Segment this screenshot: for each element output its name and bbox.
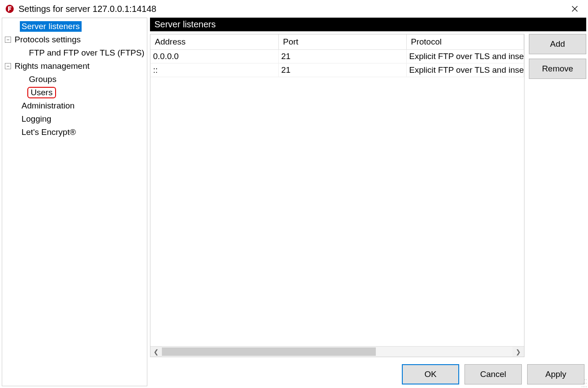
apply-button[interactable]: Apply — [527, 364, 584, 384]
app-icon — [4, 4, 15, 14]
table-row[interactable]: 0.0.0.0 21 Explicit FTP over TLS and ins… — [150, 50, 524, 63]
side-buttons: Add Remove — [529, 34, 586, 357]
tree-item-groups[interactable]: Groups — [5, 73, 144, 86]
close-button[interactable] — [566, 0, 584, 18]
collapse-icon[interactable]: − — [5, 37, 11, 43]
cell-port[interactable]: 21 — [278, 50, 406, 63]
collapse-icon[interactable]: − — [5, 63, 11, 69]
cell-address[interactable]: 0.0.0.0 — [150, 50, 278, 63]
scroll-right-icon[interactable]: ❯ — [513, 347, 524, 357]
remove-button[interactable]: Remove — [529, 59, 586, 79]
settings-window: Settings for server 127.0.0.1:14148 Serv… — [0, 0, 588, 388]
scroll-track[interactable] — [162, 347, 513, 357]
dialog-button-bar: OK Cancel Apply — [150, 360, 586, 386]
column-header-address[interactable]: Address — [150, 34, 278, 50]
window-title: Settings for server 127.0.0.1:14148 — [19, 4, 156, 14]
column-header-port[interactable]: Port — [278, 34, 406, 50]
close-icon — [571, 5, 578, 12]
cell-port[interactable]: 21 — [278, 63, 406, 77]
ok-button[interactable]: OK — [402, 364, 459, 384]
settings-tree[interactable]: Server listeners − Protocols settings FT… — [2, 18, 147, 386]
add-button[interactable]: Add — [529, 34, 586, 54]
tree-item-ftp-ftps[interactable]: FTP and FTP over TLS (FTPS) — [5, 46, 144, 60]
tree-item-lets-encrypt[interactable]: Let's Encrypt® — [5, 126, 144, 139]
listeners-table-container: Address Port Protocol 0.0.0.0 21 Explici… — [150, 34, 524, 357]
tree-item-protocols-settings[interactable]: − Protocols settings — [5, 33, 144, 46]
content-panel: Server listeners Address Port Protocol — [150, 18, 586, 357]
titlebar: Settings for server 127.0.0.1:14148 — [0, 0, 588, 18]
column-header-protocol[interactable]: Protocol — [406, 34, 524, 50]
tree-item-users[interactable]: Users — [5, 86, 144, 99]
horizontal-scrollbar[interactable]: ❮ ❯ — [150, 346, 524, 357]
scroll-thumb[interactable] — [162, 347, 376, 356]
tree-item-administration[interactable]: Administration — [5, 99, 144, 112]
content-header: Server listeners — [150, 18, 586, 31]
cell-protocol[interactable]: Explicit FTP over TLS and insecure plain… — [406, 50, 524, 63]
tree-item-logging[interactable]: Logging — [5, 112, 144, 126]
listeners-table[interactable]: Address Port Protocol 0.0.0.0 21 Explici… — [150, 34, 524, 77]
cell-address[interactable]: :: — [150, 63, 278, 77]
tree-item-server-listeners[interactable]: Server listeners — [5, 20, 144, 33]
tree-item-rights-management[interactable]: − Rights management — [5, 60, 144, 73]
table-row[interactable]: :: 21 Explicit FTP over TLS and insecure… — [150, 63, 524, 77]
cell-protocol[interactable]: Explicit FTP over TLS and insecure plain… — [406, 63, 524, 77]
cancel-button[interactable]: Cancel — [464, 364, 522, 384]
scroll-left-icon[interactable]: ❮ — [150, 347, 162, 357]
